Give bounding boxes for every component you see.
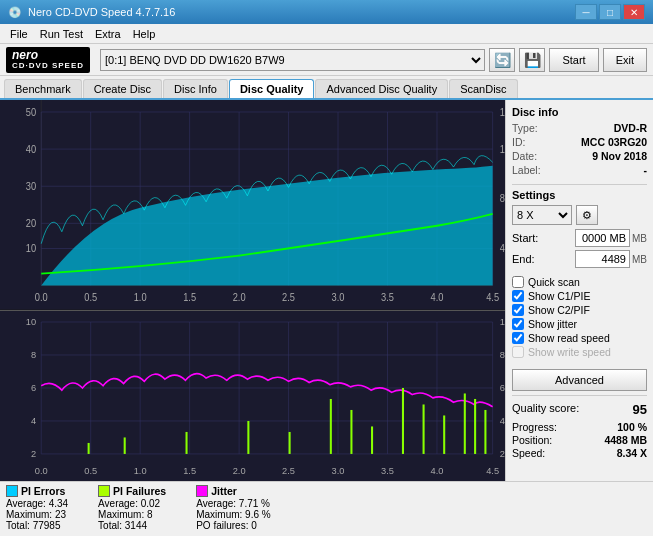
svg-text:4: 4	[500, 415, 505, 426]
date-label: Date:	[512, 150, 537, 162]
svg-text:2.5: 2.5	[282, 292, 295, 304]
tab-advanced-disc-quality[interactable]: Advanced Disc Quality	[315, 79, 448, 98]
c2pif-checkbox[interactable]	[512, 304, 524, 316]
settings-icon-button[interactable]: ⚙	[576, 205, 598, 225]
tab-create-disc[interactable]: Create Disc	[83, 79, 162, 98]
settings-section: Settings 8 X ⚙ Start: MB End:	[512, 189, 647, 268]
jitter-label: Show jitter	[528, 318, 577, 330]
speed-label: Speed:	[512, 447, 545, 459]
window-controls: ─ □ ✕	[575, 4, 645, 20]
menu-help[interactable]: Help	[127, 27, 162, 41]
exit-button[interactable]: Exit	[603, 48, 647, 72]
drive-select[interactable]: [0:1] BENQ DVD DD DW1620 B7W9	[100, 49, 485, 71]
charts-column: 50 40 30 20 10 16 12 8 4 0.0 0.5 1.0	[0, 100, 505, 481]
end-input[interactable]	[575, 250, 630, 268]
start-input-group: MB	[575, 229, 647, 247]
pi-errors-max: Maximum: 23	[6, 509, 68, 520]
svg-text:3.5: 3.5	[381, 464, 394, 475]
svg-text:0.0: 0.0	[35, 292, 48, 304]
quality-label: Quality score:	[512, 402, 579, 417]
svg-text:0.5: 0.5	[84, 292, 97, 304]
svg-text:6: 6	[500, 382, 505, 393]
pi-failures-total: Total: 3144	[98, 520, 166, 531]
id-label: ID:	[512, 136, 525, 148]
progress-row: Progress: 100 %	[512, 421, 647, 433]
tab-disc-quality[interactable]: Disc Quality	[229, 79, 315, 98]
stats-bar: PI Errors Average: 4.34 Maximum: 23 Tota…	[0, 481, 653, 534]
progress-label: Progress:	[512, 421, 557, 433]
end-input-group: MB	[575, 250, 647, 268]
svg-rect-62	[423, 404, 425, 453]
svg-text:10: 10	[26, 242, 37, 254]
minimize-button[interactable]: ─	[575, 4, 597, 20]
advanced-button[interactable]: Advanced	[512, 369, 647, 391]
start-input[interactable]	[575, 229, 630, 247]
tab-disc-info[interactable]: Disc Info	[163, 79, 228, 98]
disc-type-row: Type: DVD-R	[512, 122, 647, 134]
refresh-icon-button[interactable]: 🔄	[489, 48, 515, 72]
pi-failures-color-box	[98, 485, 110, 497]
svg-text:20: 20	[26, 217, 37, 229]
svg-text:1.0: 1.0	[134, 292, 147, 304]
menu-file[interactable]: File	[4, 27, 34, 41]
speed-setting-row: 8 X ⚙	[512, 205, 647, 225]
jitter-row: Show jitter	[512, 318, 647, 330]
svg-text:10: 10	[500, 316, 505, 327]
pi-errors-color-box	[6, 485, 18, 497]
read-speed-row: Show read speed	[512, 332, 647, 344]
svg-text:2.0: 2.0	[233, 464, 246, 475]
svg-text:4.5: 4.5	[486, 292, 499, 304]
menu-extra[interactable]: Extra	[89, 27, 127, 41]
svg-text:4.5: 4.5	[486, 464, 499, 475]
quick-scan-row: Quick scan	[512, 276, 647, 288]
svg-text:3.0: 3.0	[332, 292, 345, 304]
svg-rect-65	[474, 399, 476, 454]
toolbar: nero CD·DVD SPEED [0:1] BENQ DVD DD DW16…	[0, 44, 653, 76]
nero-logo: nero CD·DVD SPEED	[6, 47, 90, 73]
svg-text:2: 2	[31, 448, 36, 459]
save-icon-button[interactable]: 💾	[519, 48, 545, 72]
svg-text:1.0: 1.0	[134, 464, 147, 475]
write-speed-checkbox[interactable]	[512, 346, 524, 358]
pi-failures-max: Maximum: 8	[98, 509, 166, 520]
svg-text:3.0: 3.0	[332, 464, 345, 475]
svg-rect-55	[186, 432, 188, 454]
svg-text:0.0: 0.0	[35, 464, 48, 475]
svg-text:4: 4	[500, 242, 505, 254]
menu-bar: File Run Test Extra Help	[0, 24, 653, 44]
disc-info-section: Disc info Type: DVD-R ID: MCC 03RG20 Dat…	[512, 106, 647, 176]
label-value: -	[644, 164, 648, 176]
svg-text:3.5: 3.5	[381, 292, 394, 304]
start-mb-label: MB	[632, 233, 647, 244]
end-input-row: End: MB	[512, 250, 647, 268]
svg-text:50: 50	[26, 106, 37, 118]
svg-text:4.0: 4.0	[431, 292, 444, 304]
maximize-button[interactable]: □	[599, 4, 621, 20]
menu-run-test[interactable]: Run Test	[34, 27, 89, 41]
jitter-checkbox[interactable]	[512, 318, 524, 330]
quick-scan-checkbox[interactable]	[512, 276, 524, 288]
jitter-po: PO failures: 0	[196, 520, 270, 531]
speed-select[interactable]: 8 X	[512, 205, 572, 225]
svg-rect-60	[371, 426, 373, 453]
pi-errors-avg: Average: 4.34	[6, 498, 68, 509]
tab-scandisc[interactable]: ScanDisc	[449, 79, 517, 98]
close-button[interactable]: ✕	[623, 4, 645, 20]
read-speed-checkbox[interactable]	[512, 332, 524, 344]
jitter-avg: Average: 7.71 %	[196, 498, 270, 509]
pi-errors-group: PI Errors Average: 4.34 Maximum: 23 Tota…	[6, 485, 68, 531]
svg-text:30: 30	[26, 180, 37, 192]
progress-value: 100 %	[617, 421, 647, 433]
svg-text:16: 16	[500, 106, 505, 118]
svg-text:10: 10	[26, 316, 36, 327]
quality-value: 95	[633, 402, 647, 417]
c1pie-checkbox[interactable]	[512, 290, 524, 302]
pi-failures-avg: Average: 0.02	[98, 498, 166, 509]
svg-text:2.5: 2.5	[282, 464, 295, 475]
start-button[interactable]: Start	[549, 48, 598, 72]
position-value: 4488 MB	[604, 434, 647, 446]
end-mb-label: MB	[632, 254, 647, 265]
right-panel: Disc info Type: DVD-R ID: MCC 03RG20 Dat…	[505, 100, 653, 481]
tab-benchmark[interactable]: Benchmark	[4, 79, 82, 98]
svg-rect-61	[402, 388, 404, 454]
